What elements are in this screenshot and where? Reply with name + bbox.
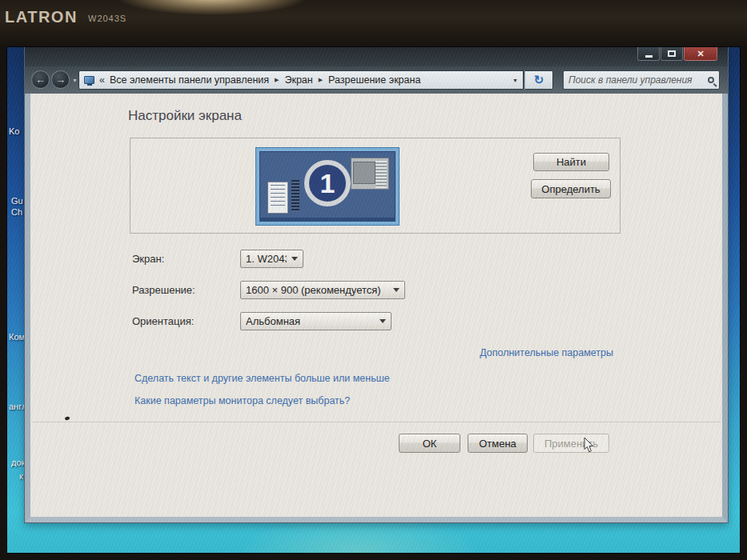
- display-dropdown-value: 1. W2043: [246, 253, 287, 265]
- screen-speck: [65, 416, 70, 420]
- close-icon: ✕: [697, 50, 704, 58]
- desktop-icon-label: док: [11, 458, 25, 467]
- control-panel-window: ✕ ← → ▼ « Все элементы панели управления…: [25, 47, 728, 522]
- maximize-button[interactable]: [661, 47, 683, 61]
- page-content: Настройки экрана 1 Найти Определить Эк: [30, 94, 722, 517]
- refresh-button[interactable]: ↻: [524, 70, 553, 90]
- monitor-bezel: LATRON W2043S: [0, 0, 747, 46]
- make-text-bigger-link[interactable]: Сделать текст и другие элементы больше и…: [135, 373, 390, 384]
- resolution-dropdown[interactable]: 1600 × 900 (рекомендуется): [240, 281, 405, 299]
- recent-pages-chevron-icon[interactable]: ▼: [72, 78, 78, 83]
- cancel-button[interactable]: Отмена: [468, 434, 528, 453]
- desktop-icon-label: к: [19, 471, 23, 481]
- orientation-dropdown[interactable]: Альбомная: [240, 312, 392, 330]
- monitor-number-badge: 1: [304, 160, 351, 206]
- back-arrow-icon: ←: [35, 74, 46, 86]
- identify-button[interactable]: Определить: [531, 179, 611, 198]
- monitor-brand-label: LATRON: [5, 8, 78, 26]
- preview-mini-strip: [291, 180, 299, 212]
- bezel-glare: [120, 0, 304, 14]
- preview-mini-window: [351, 158, 389, 190]
- minimize-icon: [645, 55, 653, 58]
- chevron-down-icon: [380, 319, 386, 323]
- breadcrumb-item-control-panel[interactable]: Все элементы панели управления: [110, 74, 269, 86]
- breadcrumb-overflow-chevron[interactable]: «: [99, 74, 105, 86]
- address-dropdown-icon[interactable]: ▼: [512, 78, 518, 83]
- breadcrumb-separator-icon[interactable]: ▶: [319, 77, 323, 83]
- orientation-field-label: Ориентация:: [132, 315, 194, 327]
- which-settings-link[interactable]: Какие параметры монитора следует выбрать…: [135, 395, 350, 406]
- close-button[interactable]: ✕: [684, 47, 717, 61]
- forward-arrow-icon: →: [55, 74, 66, 86]
- preview-taskbar: [259, 218, 396, 222]
- window-titlebar: ✕: [25, 47, 728, 66]
- display-field-label: Экран:: [132, 253, 164, 265]
- desktop-icon-label: Ch: [11, 207, 22, 217]
- search-box: [563, 70, 720, 90]
- back-button[interactable]: ←: [31, 70, 50, 89]
- detect-button[interactable]: Найти: [533, 153, 609, 171]
- control-panel-icon: [84, 76, 94, 84]
- desktop-icon-label: Ком: [9, 332, 25, 342]
- display-dropdown[interactable]: 1. W2043: [240, 250, 303, 268]
- monitor-model-label: W2043S: [88, 14, 127, 23]
- preview-mini-panel: [267, 182, 288, 214]
- resolution-dropdown-value: 1600 × 900 (рекомендуется): [246, 284, 388, 296]
- monitor-photo: LATRON W2043S Ko Gu Ch Ком англ док к: [0, 0, 747, 560]
- advanced-settings-link[interactable]: Дополнительные параметры: [480, 347, 613, 358]
- button-row-separator: [32, 422, 721, 422]
- apply-button[interactable]: Применить: [533, 434, 609, 453]
- address-bar[interactable]: « Все элементы панели управления ▶ Экран…: [78, 70, 524, 90]
- search-icon: [708, 77, 714, 83]
- ok-button[interactable]: ОК: [399, 434, 460, 453]
- navigation-bar: ← → ▼ « Все элементы панели управления ▶…: [25, 66, 728, 94]
- resolution-field-label: Разрешение:: [132, 284, 195, 296]
- monitor-preview[interactable]: 1: [256, 148, 399, 225]
- chevron-down-icon: [291, 257, 298, 261]
- refresh-icon: ↻: [534, 73, 544, 87]
- monitor-number: 1: [320, 168, 335, 199]
- chevron-down-icon: [393, 288, 400, 292]
- maximize-icon: [668, 50, 676, 57]
- breadcrumb-item-display[interactable]: Экран: [284, 74, 312, 86]
- orientation-dropdown-value: Альбомная: [246, 315, 375, 327]
- breadcrumb-separator-icon[interactable]: ▶: [275, 77, 279, 83]
- desktop-icon-label: Ko: [9, 126, 19, 136]
- minimize-button[interactable]: [637, 47, 660, 61]
- page-title: Настройки экрана: [128, 108, 242, 124]
- screen: Ko Gu Ch Ком англ док к ✕: [6, 46, 741, 554]
- desktop-icon-label: Gu: [11, 196, 23, 206]
- forward-button[interactable]: →: [51, 70, 70, 89]
- display-preview-groupbox: 1 Найти Определить: [130, 138, 620, 234]
- search-input[interactable]: [568, 74, 708, 86]
- breadcrumb-item-screen-resolution[interactable]: Разрешение экрана: [328, 74, 420, 86]
